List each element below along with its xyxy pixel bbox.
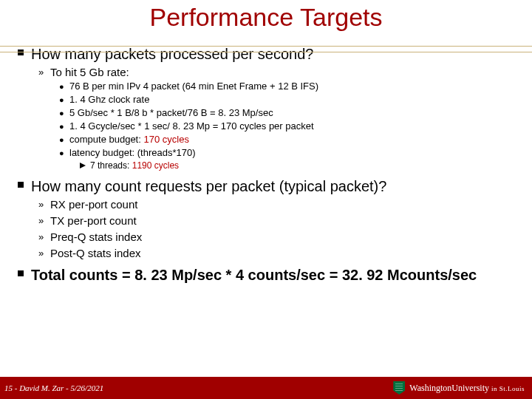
list-item: ● 1. 4 Gcycle/sec * 1 sec/ 8. 23 Mp = 17…: [59, 120, 514, 132]
dot-bullet-icon: ●: [59, 120, 69, 132]
list-item-text: Post-Q stats index: [50, 247, 141, 260]
square-bullet-icon: [18, 177, 31, 195]
list-item: ● 76 B per min IPv 4 packet (64 min Enet…: [59, 81, 514, 92]
question-2: How many count requests per packet (typi…: [18, 177, 514, 195]
svg-rect-2: [18, 182, 24, 188]
list-item: ● latency budget: (threads*170): [59, 147, 514, 159]
list-item: » RX per-port count: [38, 198, 514, 211]
list-item: ● compute budget: 170 cycles: [59, 134, 514, 146]
question-1-text: How many packets processed per second?: [31, 45, 313, 63]
text-prefix: compute budget:: [69, 134, 143, 145]
list-item-text: 1. 4 Gcycle/sec * 1 sec/ 8. 23 Mp = 170 …: [69, 120, 314, 132]
footer: 15 - David M. Zar - 5/26/2021 Washington…: [0, 377, 532, 399]
slide-title: Performance Targets: [18, 0, 514, 32]
list-item-text: 76 B per min IPv 4 packet (64 min Enet F…: [69, 81, 318, 92]
sub-list-item: 7 threads: 1190 cycles: [80, 160, 514, 171]
slide: Performance Targets How many packets pro…: [0, 0, 532, 399]
chevron-bullet-icon: »: [38, 231, 50, 244]
sub-list-text: 7 threads: 1190 cycles: [90, 160, 179, 171]
chevron-bullet-icon: »: [38, 66, 50, 79]
dot-bullet-icon: ●: [59, 94, 69, 106]
chevron-bullet-icon: »: [38, 247, 50, 260]
footer-right: WashingtonUniversity in St.Louis: [393, 381, 525, 395]
dot-bullet-icon: ●: [59, 134, 69, 146]
svg-rect-3: [18, 270, 24, 276]
list-item: ● 5 Gb/sec * 1 B/8 b * packet/76 B = 8. …: [59, 107, 514, 119]
university-location: in St.Louis: [491, 385, 525, 392]
university-logo-text: WashingtonUniversity in St.Louis: [409, 383, 525, 394]
list-item: » Post-Q stats index: [38, 247, 514, 260]
question-2-text: How many count requests per packet (typi…: [31, 177, 386, 195]
list-item: » TX per-port count: [38, 214, 514, 228]
total-text: Total counts = 8. 23 Mp/sec * 4 counts/s…: [31, 266, 477, 284]
svg-rect-0: [18, 50, 24, 55]
list-item-text: 1. 4 Ghz clock rate: [69, 94, 149, 106]
text-prefix: 7 threads:: [90, 160, 132, 171]
list-item-text: latency budget: (threads*170): [69, 147, 196, 159]
footer-left: 15 - David M. Zar - 5/26/2021: [4, 383, 103, 392]
dot-bullet-icon: ●: [59, 147, 69, 159]
square-bullet-icon: [18, 45, 31, 63]
list-item: » Preq-Q stats index: [38, 231, 514, 244]
shield-icon: [393, 381, 405, 395]
slide-body: How many packets processed per second? »…: [18, 32, 514, 284]
list-item-text: 5 Gb/sec * 1 B/8 b * packet/76 B = 8. 23…: [69, 107, 273, 119]
svg-marker-1: [80, 163, 86, 168]
chevron-bullet-icon: »: [38, 214, 50, 228]
dot-bullet-icon: ●: [59, 81, 69, 92]
list-item: ● 1. 4 Ghz clock rate: [59, 94, 514, 106]
list-item-text: Preq-Q stats index: [50, 231, 142, 244]
list-item-text: TX per-port count: [50, 214, 137, 228]
list-item-text: compute budget: 170 cycles: [69, 134, 189, 146]
university-name: WashingtonUniversity: [409, 383, 489, 393]
total-line: Total counts = 8. 23 Mp/sec * 4 counts/s…: [18, 266, 514, 284]
highlight-text: 170 cycles: [143, 134, 188, 145]
subpoint: » To hit 5 Gb rate:: [38, 66, 514, 79]
highlight-text: 1190 cycles: [132, 160, 179, 171]
triangle-bullet-icon: [80, 160, 90, 171]
square-bullet-icon: [18, 266, 31, 284]
subpoint-text: To hit 5 Gb rate:: [50, 66, 129, 79]
list-item-text: RX per-port count: [50, 198, 137, 211]
question-1: How many packets processed per second?: [18, 45, 514, 63]
dot-bullet-icon: ●: [59, 107, 69, 119]
chevron-bullet-icon: »: [38, 198, 50, 211]
